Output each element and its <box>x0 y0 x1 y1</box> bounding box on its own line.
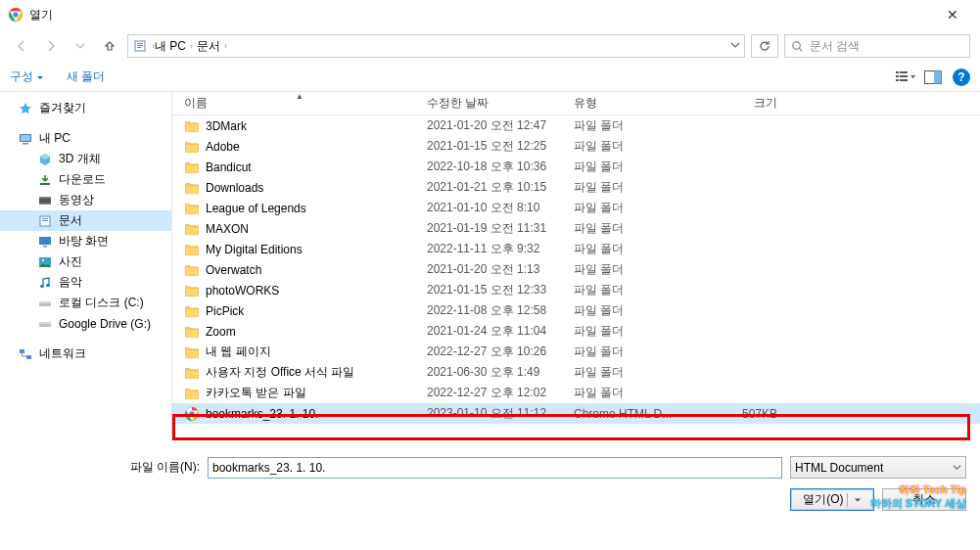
pc-icon <box>18 131 33 147</box>
view-options-button[interactable] <box>892 67 919 88</box>
chevron-down-icon <box>847 493 862 507</box>
filetype-select[interactable]: HTML Document <box>790 456 966 479</box>
file-date: 2022-12-27 오후 12:02 <box>427 385 574 401</box>
svg-rect-36 <box>20 349 24 353</box>
file-row[interactable]: 내 웹 페이지2022-12-27 오후 10:26파일 폴더 <box>172 342 980 362</box>
refresh-button[interactable] <box>751 34 778 58</box>
search-input[interactable]: 문서 검색 <box>784 34 970 58</box>
forward-button[interactable] <box>39 34 63 58</box>
svg-rect-25 <box>42 220 48 221</box>
file-row[interactable]: Downloads2021-01-21 오후 10:15파일 폴더 <box>172 177 980 198</box>
address-bar[interactable]: › 내 PC› 문서› <box>127 34 745 58</box>
svg-rect-27 <box>43 246 47 248</box>
col-type[interactable]: 유형 <box>574 95 701 112</box>
up-button[interactable] <box>98 34 121 58</box>
file-row[interactable]: MAXON2021-01-19 오전 11:31파일 폴더 <box>172 218 980 239</box>
window-title: 열기 <box>29 7 933 23</box>
recent-dropdown[interactable] <box>69 34 92 58</box>
file-row[interactable]: 카카오톡 받은 파일2022-12-27 오후 12:02파일 폴더 <box>172 383 980 403</box>
tree-quick-access[interactable]: 즐겨찾기 <box>0 98 171 118</box>
file-date: 2022-11-11 오후 9:32 <box>427 241 574 257</box>
tree-3d-objects[interactable]: 3D 개체 <box>0 149 171 169</box>
svg-rect-17 <box>21 135 30 141</box>
folder-icon <box>184 160 200 175</box>
svg-rect-24 <box>42 218 48 219</box>
file-row[interactable]: bookmarks_23. 1. 10.2023-01-10 오전 11:12C… <box>172 403 980 424</box>
file-name: PicPick <box>206 304 244 318</box>
open-button[interactable]: 열기(O) <box>790 488 874 511</box>
new-folder-button[interactable]: 새 폴더 <box>67 69 105 85</box>
cancel-button[interactable]: 취소 <box>882 488 966 511</box>
file-row[interactable]: My Digital Editions2022-11-11 오후 9:32파일 … <box>172 239 980 259</box>
tree-network[interactable]: 네트워크 <box>0 344 171 364</box>
tree-music[interactable]: 음악 <box>0 272 171 293</box>
svg-rect-11 <box>900 75 908 77</box>
tree-desktop[interactable]: 바탕 화면 <box>0 231 171 252</box>
file-row[interactable]: 사용자 지정 Office 서식 파일2021-06-30 오후 1:49파일 … <box>172 362 980 383</box>
svg-point-2 <box>13 12 19 18</box>
svg-rect-10 <box>896 75 899 77</box>
svg-point-39 <box>189 410 195 416</box>
organize-button[interactable]: 구성 <box>10 69 43 85</box>
file-row[interactable]: Bandicut2022-10-18 오후 10:36파일 폴더 <box>172 157 980 177</box>
documents-icon <box>37 213 53 229</box>
file-row[interactable]: 3DMark2021-01-20 오전 12:47파일 폴더 <box>172 115 980 136</box>
address-dropdown[interactable] <box>730 39 740 53</box>
svg-rect-35 <box>39 322 51 324</box>
pictures-icon <box>37 254 53 270</box>
filename-input[interactable] <box>208 457 782 479</box>
tree-videos[interactable]: 동영상 <box>0 190 171 210</box>
svg-rect-5 <box>137 45 143 46</box>
bottom-panel: 파일 이름(N): HTML Document 하하 Tech Tip 하하의 … <box>0 440 980 519</box>
drive-icon <box>37 296 53 311</box>
folder-icon <box>184 344 200 360</box>
svg-point-31 <box>46 283 50 287</box>
file-row[interactable]: Zoom2021-01-24 오후 11:04파일 폴더 <box>172 321 980 342</box>
svg-rect-13 <box>900 79 908 81</box>
chevron-right-icon: › <box>224 41 227 51</box>
chevron-down-icon <box>953 461 961 475</box>
file-date: 2021-01-15 오전 12:25 <box>427 138 574 155</box>
help-button[interactable]: ? <box>953 69 970 86</box>
file-row[interactable]: PicPick2022-11-08 오후 12:58파일 폴더 <box>172 300 980 321</box>
download-icon <box>37 172 53 188</box>
file-type: 파일 폴더 <box>574 220 701 237</box>
tree-documents[interactable]: 문서 <box>0 210 171 231</box>
file-type: 파일 폴더 <box>574 138 701 155</box>
folder-icon <box>184 324 200 340</box>
file-name: Overwatch <box>206 263 261 277</box>
folder-icon <box>184 303 200 319</box>
network-icon <box>18 346 33 362</box>
tree-google-drive[interactable]: Google Drive (G:) <box>0 313 171 334</box>
folder-icon <box>184 242 200 257</box>
file-name: bookmarks_23. 1. 10. <box>206 407 318 421</box>
file-row[interactable]: photoWORKS2021-01-15 오전 12:33파일 폴더 <box>172 280 980 300</box>
preview-pane-button[interactable] <box>919 67 947 88</box>
tree-pictures[interactable]: 사진 <box>0 252 171 272</box>
breadcrumb-pc[interactable]: 내 PC› <box>155 38 193 55</box>
file-name: MAXON <box>206 222 249 236</box>
close-button[interactable]: ✕ <box>933 7 972 23</box>
tree-this-pc[interactable]: 내 PC <box>0 128 171 149</box>
tree-downloads[interactable]: 다운로드 <box>0 169 171 190</box>
cube-icon <box>37 152 53 167</box>
tree-local-disk[interactable]: 로컬 디스크 (C:) <box>0 293 171 313</box>
folder-icon <box>184 201 200 216</box>
folder-icon <box>184 365 200 381</box>
file-list: ▲이름 수정한 날짜 유형 크기 3DMark2021-01-20 오전 12:… <box>172 92 980 440</box>
file-name: 3DMark <box>206 119 247 133</box>
file-type: 파일 폴더 <box>574 323 701 340</box>
file-row[interactable]: Adobe2021-01-15 오전 12:25파일 폴더 <box>172 136 980 157</box>
file-name: Zoom <box>206 325 236 339</box>
chevron-right-icon: › <box>190 41 193 51</box>
col-size[interactable]: 크기 <box>701 95 789 112</box>
col-name[interactable]: ▲이름 <box>172 95 427 112</box>
back-button[interactable] <box>10 34 33 58</box>
breadcrumb-documents[interactable]: 문서› <box>197 38 227 55</box>
file-row[interactable]: Overwatch2021-01-20 오전 1:13파일 폴더 <box>172 259 980 280</box>
file-row[interactable]: League of Legends2021-01-10 오전 8:10파일 폴더 <box>172 198 980 218</box>
music-icon <box>37 275 53 291</box>
folder-icon <box>184 386 200 401</box>
svg-point-29 <box>42 258 44 260</box>
col-date[interactable]: 수정한 날짜 <box>427 95 574 112</box>
